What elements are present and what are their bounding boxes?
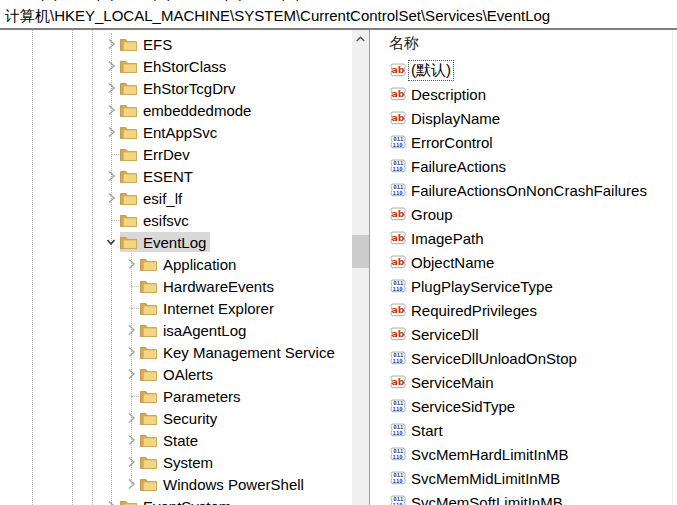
value-row-requiredprivileges[interactable]: abRequiredPrivileges: [372, 298, 677, 322]
tree-item-application[interactable]: Application: [0, 253, 352, 275]
tree-item-label: embeddedmode: [143, 102, 251, 119]
value-name-label: Start: [411, 422, 443, 439]
value-row-imagepath[interactable]: abImagePath: [372, 226, 677, 250]
tree-item-parameters[interactable]: Parameters: [0, 385, 352, 407]
chevron-right-icon[interactable]: [102, 36, 120, 52]
address-bar[interactable]: 计算机\HKEY_LOCAL_MACHINE\SYSTEM\CurrentCon…: [0, 3, 677, 28]
chevron-right-icon[interactable]: [102, 168, 120, 184]
chevron-right-icon[interactable]: [102, 498, 120, 505]
chevron-right-icon[interactable]: [102, 80, 120, 96]
value-name-label: ObjectName: [411, 254, 494, 271]
value-row-默认[interactable]: ab(默认): [372, 58, 677, 82]
svg-text:110: 110: [393, 406, 404, 412]
tree-item-label: EventLog: [143, 234, 206, 251]
string-value-icon: ab: [390, 207, 406, 221]
value-row-group[interactable]: abGroup: [372, 202, 677, 226]
tree-item-windows-powershell[interactable]: Windows PowerShell: [0, 473, 352, 495]
tree-item-label: EventSystem: [143, 498, 231, 505]
value-row-description[interactable]: abDescription: [372, 82, 677, 106]
column-header-name[interactable]: 名称: [372, 30, 677, 56]
value-row-displayname[interactable]: abDisplayName: [372, 106, 677, 130]
value-name-label: SvcMemMidLimitInMB: [411, 470, 560, 487]
chevron-down-icon[interactable]: [102, 234, 120, 250]
chevron-right-icon[interactable]: [102, 124, 120, 140]
chevron-right-icon[interactable]: [122, 454, 140, 470]
tree-item-label: ErrDev: [143, 146, 190, 163]
string-value-icon: ab: [390, 327, 406, 341]
tree-item-entappsvc[interactable]: EntAppSvc: [0, 121, 352, 143]
value-row-svcmemsoftlimitinmb[interactable]: 011110SvcMemSoftLimitInMB: [372, 490, 677, 505]
value-row-servicemain[interactable]: abServiceMain: [372, 370, 677, 394]
tree-item-eventlog[interactable]: EventLog: [0, 231, 352, 253]
value-row-failureactions[interactable]: 011110FailureActions: [372, 154, 677, 178]
tree-item-ehstorclass[interactable]: EhStorClass: [0, 55, 352, 77]
chevron-right-icon[interactable]: [122, 344, 140, 360]
chevron-right-icon[interactable]: [122, 322, 140, 338]
tree-item-oalerts[interactable]: OAlerts: [0, 363, 352, 385]
registry-key-tree: EFSEhStorClassEhStorTcgDrvembeddedmodeEn…: [0, 30, 352, 505]
tree-item-system[interactable]: System: [0, 451, 352, 473]
chevron-right-icon[interactable]: [102, 102, 120, 118]
chevron-right-icon[interactable]: [122, 366, 140, 382]
tree-item-internet-explorer[interactable]: Internet Explorer: [0, 297, 352, 319]
value-row-servicedll[interactable]: abServiceDll: [372, 322, 677, 346]
tree-item-esent[interactable]: ESENT: [0, 165, 352, 187]
tree-item-label: EhStorClass: [143, 58, 226, 75]
tree-item-hardwareevents[interactable]: HardwareEvents: [0, 275, 352, 297]
chevron-right-icon[interactable]: [122, 410, 140, 426]
folder-icon: [140, 478, 157, 491]
folder-icon: [120, 126, 137, 139]
tree-item-errdev[interactable]: ErrDev: [0, 143, 352, 165]
tree-scrollbar-thumb[interactable]: [352, 235, 369, 268]
chevron-right-icon[interactable]: [102, 190, 120, 206]
chevron-placeholder: [122, 300, 140, 316]
chevron-right-icon[interactable]: [122, 432, 140, 448]
folder-icon: [120, 38, 137, 51]
value-name-label: ServiceDll: [411, 326, 479, 343]
tree-item-eventsystem[interactable]: EventSystem: [0, 495, 352, 505]
folder-icon: [120, 148, 137, 161]
tree-scrollbar[interactable]: [352, 30, 369, 505]
tree-item-state[interactable]: State: [0, 429, 352, 451]
tree-item-isaagentlog[interactable]: isaAgentLog: [0, 319, 352, 341]
tree-item-label: Parameters: [163, 388, 241, 405]
scrollbar-up-arrow-icon[interactable]: [352, 30, 369, 47]
string-value-icon: ab: [390, 111, 406, 125]
value-row-objectname[interactable]: abObjectName: [372, 250, 677, 274]
tree-item-esifsvc[interactable]: esifsvc: [0, 209, 352, 231]
value-row-errorcontrol[interactable]: 011110ErrorControl: [372, 130, 677, 154]
value-name-label: PlugPlayServiceType: [411, 278, 553, 295]
dword-value-icon: 011110: [390, 423, 406, 437]
chevron-right-icon[interactable]: [102, 58, 120, 74]
tree-item-label: isaAgentLog: [163, 322, 246, 339]
value-row-svcmemmidlimitinmb[interactable]: 011110SvcMemMidLimitInMB: [372, 466, 677, 490]
dword-value-icon: 011110: [390, 351, 406, 365]
svg-text:110: 110: [393, 142, 404, 148]
tree-item-security[interactable]: Security: [0, 407, 352, 429]
dword-value-icon: 011110: [390, 471, 406, 485]
value-row-servicesidtype[interactable]: 011110ServiceSidType: [372, 394, 677, 418]
value-name-label: ServiceDllUnloadOnStop: [411, 350, 577, 367]
folder-icon: [120, 60, 137, 73]
tree-item-ehstortcgdrv[interactable]: EhStorTcgDrv: [0, 77, 352, 99]
tree-item-key-management-service[interactable]: Key Management Service: [0, 341, 352, 363]
folder-icon: [140, 434, 157, 447]
tree-item-esif-lf[interactable]: esif_lf: [0, 187, 352, 209]
svg-text:ab: ab: [391, 328, 404, 339]
tree-item-embeddedmode[interactable]: embeddedmode: [0, 99, 352, 121]
chevron-right-icon[interactable]: [122, 256, 140, 272]
dword-value-icon: 011110: [390, 183, 406, 197]
value-row-plugplayservicetype[interactable]: 011110PlugPlayServiceType: [372, 274, 677, 298]
folder-icon: [140, 412, 157, 425]
value-name-label: ServiceMain: [411, 374, 494, 391]
tree-item-label: EhStorTcgDrv: [143, 80, 236, 97]
value-row-servicedllunloadonstop[interactable]: 011110ServiceDllUnloadOnStop: [372, 346, 677, 370]
chevron-right-icon[interactable]: [122, 476, 140, 492]
value-name-label: ServiceSidType: [411, 398, 515, 415]
value-row-svcmemhardlimitinmb[interactable]: 011110SvcMemHardLimitInMB: [372, 442, 677, 466]
value-row-failureactionsonnoncrashfailures[interactable]: 011110FailureActionsOnNonCrashFailures: [372, 178, 677, 202]
value-name-label: SvcMemHardLimitInMB: [411, 446, 569, 463]
tree-item-efs[interactable]: EFS: [0, 33, 352, 55]
value-row-start[interactable]: 011110Start: [372, 418, 677, 442]
svg-text:110: 110: [393, 358, 404, 364]
